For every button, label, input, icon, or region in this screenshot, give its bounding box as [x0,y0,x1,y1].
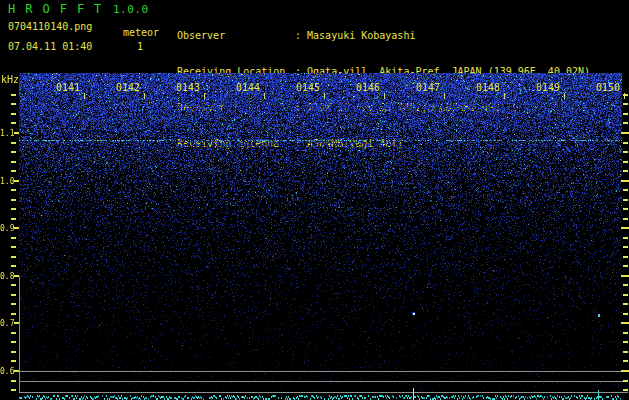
meteor-count: 1 [137,41,143,52]
freq-tick [11,380,16,382]
freq-tick [11,284,16,286]
hrofft-spectrogram-screen: HROFFT 1.0.0 0704110140.png meteor 07.04… [0,0,629,400]
freq-tick [11,332,16,334]
app-version: 1.0.0 [113,3,149,16]
freq-tick [11,313,16,315]
freq-tick [11,170,16,172]
output-filename: 0704110140.png [8,21,92,32]
freq-label: 0.6 [0,367,14,376]
freq-tick [11,218,16,220]
freq-tick [11,103,16,105]
observation-mode: meteor [123,27,159,38]
freq-tick [11,351,16,353]
freq-tick [11,246,16,248]
freq-tick [11,208,16,210]
spectrogram-canvas [19,73,629,400]
freq-tick [11,294,16,296]
freq-tick [11,161,16,163]
freq-tick [11,142,16,144]
freq-label: 0.7 [0,319,14,328]
freq-tick [11,189,16,191]
freq-label: 1.0 [0,177,14,186]
freq-tick [11,122,16,124]
date-time: 07.04.11 01:40 [8,41,92,52]
info-row-observer: Observer: Masayuki Kobayashi [177,30,590,42]
freq-tick [11,341,16,343]
freq-tick [11,256,16,258]
freq-tick [11,113,16,115]
info-value: Masayuki Kobayashi [307,30,415,41]
app-title: HROFFT [8,2,111,16]
freq-tick [11,199,16,201]
y-axis-unit-label: kHz [1,74,19,85]
freq-tick [11,303,16,305]
freq-label: 1.1 [0,129,14,138]
freq-tick [11,360,16,362]
freq-tick [11,94,16,96]
freq-tick [11,389,16,391]
freq-label: 0.8 [0,272,14,281]
freq-label: 0.9 [0,224,14,233]
freq-tick [11,265,16,267]
freq-tick [11,151,16,153]
freq-tick [11,237,16,239]
info-label: Observer [177,30,295,42]
